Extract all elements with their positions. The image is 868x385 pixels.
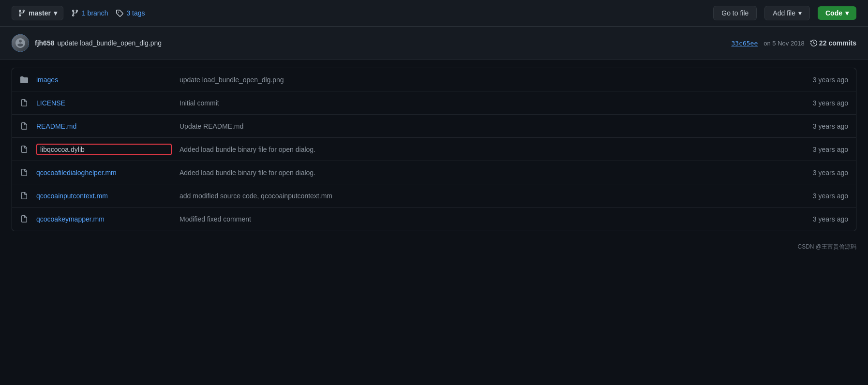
file-name: qcocoainputcontext.mm xyxy=(36,192,172,200)
file-time: 3 years ago xyxy=(780,146,848,153)
table-row: README.mdUpdate README.md3 years ago xyxy=(12,115,856,138)
branch-icon xyxy=(18,9,26,17)
history-icon xyxy=(810,40,817,46)
commit-hash[interactable]: 33c65ee xyxy=(731,40,758,47)
file-name: README.md xyxy=(36,122,172,130)
file-time: 3 years ago xyxy=(780,122,848,130)
commits-link[interactable]: 22 commits xyxy=(810,39,856,47)
branch-name: master xyxy=(29,9,51,17)
table-row: libqcocoa.dylibAdded load bundle binary … xyxy=(12,138,856,161)
commit-author[interactable]: fjh658 xyxy=(35,39,54,47)
footer-text: CSDN @王富贵偷源码 xyxy=(797,243,856,251)
file-icon xyxy=(20,99,29,107)
tags-count-info: 3 tags xyxy=(116,9,145,17)
file-link[interactable]: qcocoainputcontext.mm xyxy=(36,192,108,200)
commit-info: fjh658 update load_bundle_open_dlg.png xyxy=(35,39,725,47)
file-icon xyxy=(20,168,29,177)
file-link[interactable]: libqcocoa.dylib xyxy=(40,146,85,153)
commit-meta: 33c65ee on 5 Nov 2018 22 commits xyxy=(731,39,856,47)
file-commit-message: add modified source code, qcocoainputcon… xyxy=(180,192,773,200)
file-icon xyxy=(20,122,29,131)
file-link[interactable]: qcocoakeymapper.mm xyxy=(36,215,105,223)
file-commit-message: Initial commit xyxy=(180,99,773,107)
commit-date: on 5 Nov 2018 xyxy=(763,40,805,47)
file-icon xyxy=(20,145,29,154)
file-icon xyxy=(20,215,29,223)
code-button[interactable]: Code ▾ xyxy=(818,6,856,20)
footer: CSDN @王富贵偷源码 xyxy=(0,239,868,255)
file-time: 3 years ago xyxy=(780,169,848,177)
file-link[interactable]: LICENSE xyxy=(36,99,65,107)
file-name: qcocoafiledialoghelper.mm xyxy=(36,169,172,177)
avatar-icon xyxy=(15,37,26,49)
file-table: imagesupdate load_bundle_open_dlg.png3 y… xyxy=(12,68,856,231)
table-row: imagesupdate load_bundle_open_dlg.png3 y… xyxy=(12,68,856,91)
add-file-button[interactable]: Add file ▾ xyxy=(764,6,810,20)
file-commit-message: update load_bundle_open_dlg.png xyxy=(180,76,773,84)
file-time: 3 years ago xyxy=(780,76,848,84)
file-name: qcocoakeymapper.mm xyxy=(36,215,172,223)
table-row: qcocoafiledialoghelper.mmAdded load bund… xyxy=(12,161,856,184)
file-time: 3 years ago xyxy=(780,99,848,107)
file-icon xyxy=(20,192,29,200)
avatar xyxy=(12,34,29,52)
commit-row: fjh658 update load_bundle_open_dlg.png 3… xyxy=(0,27,868,60)
file-commit-message: Modified fixed comment xyxy=(180,215,773,223)
tags-icon xyxy=(116,9,123,17)
file-link[interactable]: qcocoafiledialoghelper.mm xyxy=(36,169,117,177)
file-time: 3 years ago xyxy=(780,215,848,223)
file-name: LICENSE xyxy=(36,99,172,107)
branch-selector[interactable]: master ▾ xyxy=(12,6,63,20)
branch-chevron: ▾ xyxy=(54,9,57,17)
file-commit-message: Update README.md xyxy=(180,122,773,130)
file-link[interactable]: README.md xyxy=(36,122,76,130)
commit-message: update load_bundle_open_dlg.png xyxy=(57,39,162,47)
file-name: libqcocoa.dylib xyxy=(36,144,172,155)
go-to-file-button[interactable]: Go to file xyxy=(713,6,757,20)
file-link[interactable]: images xyxy=(36,76,58,84)
top-bar: master ▾ 1 branch 3 tags Go to file Add … xyxy=(0,0,868,27)
tags-count-link[interactable]: 3 tags xyxy=(126,9,145,17)
branch-count-info: 1 branch xyxy=(71,9,108,17)
folder-icon xyxy=(20,75,29,84)
file-commit-message: Added load bundle binary file for open d… xyxy=(180,169,773,177)
file-commit-message: Added load bundle binary file for open d… xyxy=(180,146,773,153)
branch-count-icon xyxy=(71,9,79,17)
file-time: 3 years ago xyxy=(780,192,848,200)
table-row: qcocoakeymapper.mmModified fixed comment… xyxy=(12,207,856,231)
file-name: images xyxy=(36,76,172,84)
table-row: qcocoainputcontext.mmadd modified source… xyxy=(12,184,856,207)
table-row: LICENSEInitial commit3 years ago xyxy=(12,91,856,115)
branch-count-link[interactable]: 1 branch xyxy=(82,9,108,17)
